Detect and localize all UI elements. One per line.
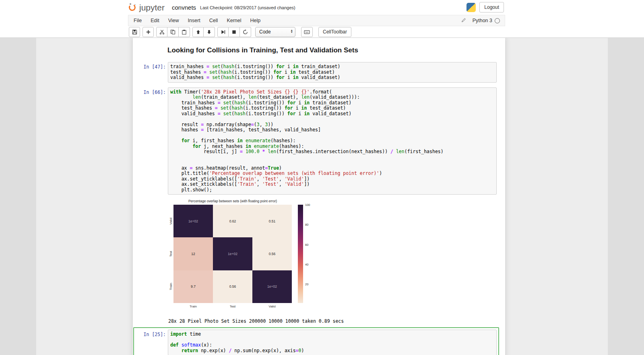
menu-file[interactable]: File bbox=[129, 15, 146, 26]
output-row: 28x 28 Pixel Photo Set Sizes 200000 1000… bbox=[136, 316, 497, 325]
move-cell-up-button[interactable] bbox=[192, 27, 204, 37]
y-tick-label: Valid bbox=[169, 218, 173, 224]
command-palette-button[interactable] bbox=[301, 27, 313, 37]
code-cell-1[interactable]: In [66]:with Timer('28x 28 Pixel Photo S… bbox=[133, 85, 499, 328]
markdown-cell[interactable]: Looking for Collisions in Training, Test… bbox=[167, 46, 498, 54]
cell-type-value: Code bbox=[259, 29, 271, 35]
output-prompt bbox=[136, 197, 168, 313]
code-line: test_hashes = set(hash(i.tostring()) for… bbox=[170, 70, 494, 75]
code-line: len(train_dataset), len(test_dataset), l… bbox=[170, 95, 494, 100]
code-editor[interactable]: train_hashes = set(hash(i.tostring()) fo… bbox=[168, 62, 497, 83]
cell-output: 28x 28 Pixel Photo Set Sizes 200000 1000… bbox=[168, 316, 497, 325]
figure-title: Percentage overlap between sets (with fl… bbox=[173, 199, 292, 203]
checkpoint-status: Last Checkpoint: 08/29/2017 (unsaved cha… bbox=[200, 5, 295, 10]
x-tick-label: Valid bbox=[268, 305, 275, 308]
menubar: FileEditViewInsertCellKernelHelp Python … bbox=[128, 15, 505, 26]
menu-view[interactable]: View bbox=[164, 15, 184, 26]
arrow-down-icon bbox=[206, 29, 212, 35]
code-line: for j, next_hashes in enumerate(hashes): bbox=[170, 144, 494, 149]
stop-icon bbox=[231, 29, 237, 35]
colorbar bbox=[298, 205, 303, 303]
menu-edit[interactable]: Edit bbox=[146, 15, 164, 26]
notebook-title[interactable]: convnets bbox=[172, 4, 196, 11]
menu-help[interactable]: Help bbox=[246, 15, 265, 26]
save-notebook-button[interactable] bbox=[129, 27, 140, 37]
heatmap-figure: Percentage overlap between sets (with fl… bbox=[168, 197, 321, 313]
heatmap-cell: 0.62 bbox=[213, 205, 252, 237]
jupyter-logo-icon bbox=[128, 3, 136, 12]
heatmap-cell: 9.7 bbox=[173, 270, 213, 303]
jupyter-logo[interactable]: jupyter bbox=[128, 3, 165, 12]
jupyter-logo-text: jupyter bbox=[139, 3, 165, 12]
python-logo-icon bbox=[466, 3, 476, 12]
code-line: ax.set_xticklabels(['Train', 'Test', 'Va… bbox=[170, 182, 494, 187]
y-tick-label: Train bbox=[169, 283, 173, 290]
y-tick-label: Test bbox=[169, 251, 173, 257]
jupyter-app: jupyter convnets Last Checkpoint: 08/29/… bbox=[0, 0, 644, 355]
toolbar: Code ▲▼ CellToolbar bbox=[0, 26, 644, 38]
menu-items: FileEditViewInsertCellKernelHelp bbox=[129, 15, 265, 26]
heatmap-grid: 1e+020.620.51121e+020.569.70.561e+02 bbox=[173, 205, 292, 303]
copy-cell-button[interactable] bbox=[167, 27, 179, 37]
run-icon bbox=[221, 29, 226, 35]
notebook-cells: In [47]:train_hashes = set(hash(i.tostri… bbox=[133, 60, 505, 355]
input-row: In [47]:train_hashes = set(hash(i.tostri… bbox=[136, 62, 497, 83]
heatmap-cell: 1e+02 bbox=[213, 237, 252, 270]
logout-button[interactable]: Logout bbox=[479, 2, 504, 12]
colorbar-tick-label: 40 bbox=[305, 263, 308, 266]
x-tick-label: Train bbox=[190, 305, 197, 308]
header-top: jupyter convnets Last Checkpoint: 08/29/… bbox=[0, 0, 644, 15]
colorbar-tick-label: 80 bbox=[305, 223, 308, 226]
arrow-up-icon bbox=[196, 29, 201, 35]
code-line: for i, first_hashes in enumerate(hashes)… bbox=[170, 138, 494, 144]
notebook-container[interactable]: Looking for Collisions in Training, Test… bbox=[133, 38, 505, 355]
insert-cell-below-button[interactable] bbox=[142, 27, 154, 37]
code-line: return np.exp(x) / np.sum(np.exp(x), axi… bbox=[170, 348, 494, 354]
menu-kernel[interactable]: Kernel bbox=[222, 15, 246, 26]
colorbar-tick-label: 60 bbox=[305, 243, 308, 247]
output-prompt bbox=[136, 316, 168, 325]
code-line: ax = sns.heatmap(result, annot=True) bbox=[170, 166, 494, 171]
input-row: In [66]:with Timer('28x 28 Pixel Photo S… bbox=[136, 87, 497, 195]
restart-kernel-button[interactable] bbox=[240, 27, 251, 37]
run-cell-button[interactable] bbox=[217, 27, 229, 37]
code-line: ax.set_yticklabels(['Train', 'Test', 'Va… bbox=[170, 176, 494, 182]
cell-type-select[interactable]: Code ▲▼ bbox=[255, 27, 295, 37]
kernel-name: Python 3 bbox=[473, 18, 492, 23]
pencil-icon bbox=[461, 17, 466, 24]
code-line: import time bbox=[170, 332, 494, 337]
code-cell-2[interactable]: In [25]:import timedef softmax(x): retur… bbox=[133, 327, 499, 355]
code-line: plt.show(); bbox=[170, 187, 494, 193]
cell-output: Percentage overlap between sets (with fl… bbox=[168, 197, 497, 313]
menubar-right: Python 3 bbox=[461, 17, 500, 24]
input-prompt: In [47]: bbox=[136, 62, 168, 83]
x-tick-label: Test bbox=[230, 305, 236, 308]
code-editor[interactable]: with Timer('28x 28 Pixel Photo Set Sizes… bbox=[168, 87, 497, 195]
interrupt-kernel-button[interactable] bbox=[229, 27, 240, 37]
toolbar-button-group bbox=[217, 27, 251, 37]
code-line: with Timer('28x 28 Pixel Photo Set Sizes… bbox=[170, 89, 494, 95]
output-row: Percentage overlap between sets (with fl… bbox=[136, 197, 497, 313]
menu-insert[interactable]: Insert bbox=[184, 15, 205, 26]
move-cell-down-button[interactable] bbox=[204, 27, 215, 37]
code-line: valid_hashes = set(hash(i.tostring()) fo… bbox=[170, 75, 494, 81]
cut-icon bbox=[159, 29, 165, 35]
kernel-idle-icon bbox=[495, 18, 500, 23]
code-line: result[i, j] = 100.0 * len(first_hashes.… bbox=[170, 149, 494, 155]
code-cell-0[interactable]: In [47]:train_hashes = set(hash(i.tostri… bbox=[133, 60, 499, 85]
heatmap-cell: 1e+02 bbox=[173, 205, 213, 237]
page-left-margin bbox=[0, 38, 36, 355]
menu-cell[interactable]: Cell bbox=[205, 15, 223, 26]
code-editor[interactable]: import timedef softmax(x): return np.exp… bbox=[168, 330, 497, 355]
header-right: Logout bbox=[466, 2, 504, 12]
toolbar-button-group bbox=[156, 27, 190, 37]
notebook-header: jupyter convnets Last Checkpoint: 08/29/… bbox=[0, 0, 644, 38]
heatmap-cell: 0.56 bbox=[213, 270, 252, 303]
code-line bbox=[170, 116, 494, 122]
cut-cell-button[interactable] bbox=[156, 27, 167, 37]
paste-cell-button[interactable] bbox=[179, 27, 190, 37]
toolbar-button-group bbox=[192, 27, 215, 37]
code-line bbox=[170, 155, 494, 160]
heatmap-cell: 0.51 bbox=[252, 205, 292, 237]
celltoolbar-button[interactable]: CellToolbar bbox=[318, 27, 351, 37]
